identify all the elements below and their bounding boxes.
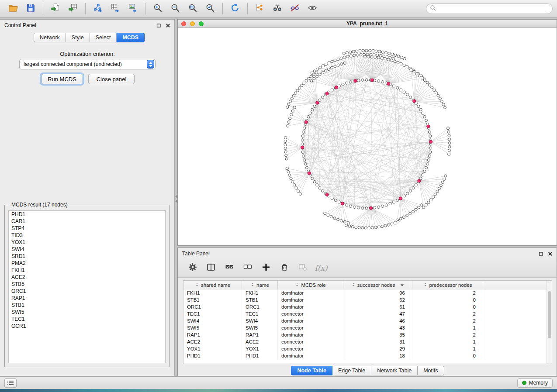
find-binoculars-button[interactable] <box>269 1 286 16</box>
mcds-list-item[interactable]: RAP1 <box>9 295 165 302</box>
open-folder-button[interactable] <box>4 1 22 16</box>
splitter-collapse-icon[interactable] <box>175 195 177 198</box>
save-button[interactable] <box>22 1 39 16</box>
table-cell: dominator <box>278 352 343 359</box>
delete-table-button[interactable] <box>296 261 310 275</box>
function-builder-button[interactable]: f(x) <box>314 261 328 275</box>
mcds-list-item[interactable]: STB5 <box>9 281 165 288</box>
table-row[interactable]: STB1STB1dominator620 <box>183 296 552 303</box>
table-scrollbar[interactable] <box>547 281 552 364</box>
table-cell: SWI4 <box>242 317 278 324</box>
column-header-shared-name[interactable]: shared name <box>183 281 242 289</box>
mcds-list-item[interactable]: CAR1 <box>9 218 165 225</box>
import-table-file-button[interactable] <box>64 1 82 16</box>
zoom-fit-icon <box>188 3 197 14</box>
column-header-successor-nodes[interactable]: successor nodes <box>343 281 412 289</box>
hide-glasses-button[interactable] <box>286 1 304 16</box>
settings-gear-button[interactable] <box>186 261 200 275</box>
mcds-list-item[interactable]: PHD1 <box>9 211 165 218</box>
search-input[interactable] <box>438 6 549 12</box>
table-row[interactable]: FKH1FKH1dominator962 <box>183 289 552 296</box>
export-table-button[interactable] <box>107 1 124 16</box>
import-network-file-button[interactable] <box>47 1 64 16</box>
mcds-list-item[interactable]: TEC1 <box>9 316 165 323</box>
sort-direction-icon[interactable] <box>400 282 404 288</box>
deselect-all-button[interactable] <box>241 261 255 275</box>
table-row[interactable]: PHD1PHD1dominator180 <box>183 352 552 359</box>
table-cell: ORC1 <box>183 303 242 310</box>
float-panel-icon[interactable] <box>538 251 544 257</box>
column-layout-button[interactable] <box>204 261 218 275</box>
zoom-in-button[interactable] <box>149 1 166 16</box>
splitter-collapse-icon[interactable] <box>175 199 177 203</box>
mcds-list-item[interactable]: ORC1 <box>9 288 165 295</box>
zoom-out-button[interactable] <box>166 1 184 16</box>
mcds-list-item[interactable]: TID3 <box>9 232 165 239</box>
mcds-list-item[interactable]: ACE2 <box>9 274 165 281</box>
add-entry-button[interactable] <box>259 261 273 275</box>
tab-network-table[interactable]: Network Table <box>371 366 418 375</box>
export-network-button[interactable] <box>89 1 107 16</box>
close-panel-icon[interactable] <box>547 251 553 257</box>
run-mcds-button[interactable]: Run MCDS <box>41 74 83 84</box>
column-header-MCDS-role[interactable]: MCDS role <box>278 281 343 289</box>
tab-mcds[interactable]: MCDS <box>117 33 145 42</box>
table-row[interactable]: RAP1RAP1dominator352 <box>183 331 552 338</box>
close-panel-button[interactable]: Close panel <box>88 74 135 84</box>
table-row[interactable]: TEC1TEC1connector472 <box>183 310 552 317</box>
table-row[interactable]: ACE2ACE2connector311 <box>183 338 552 345</box>
memory-button[interactable]: Memory <box>517 378 553 388</box>
column-header-name[interactable]: name <box>242 281 278 289</box>
mcds-list-item[interactable]: GCR1 <box>9 323 165 330</box>
search-field[interactable] <box>426 3 553 14</box>
mcds-list-item[interactable]: SRD1 <box>9 253 165 260</box>
mcds-list-item[interactable]: YOX1 <box>9 239 165 246</box>
select-all-button[interactable] <box>222 261 236 275</box>
control-panel-title: Control Panel <box>4 22 36 28</box>
table-cell: SWI5 <box>242 324 278 331</box>
table-cell: 43 <box>343 324 412 331</box>
tab-edge-table[interactable]: Edge Table <box>332 366 371 375</box>
delete-entry-button[interactable] <box>277 261 291 275</box>
zoom-fit-button[interactable] <box>184 1 201 16</box>
tab-motifs[interactable]: Motifs <box>418 366 444 375</box>
close-panel-icon[interactable] <box>165 23 171 28</box>
table-row[interactable]: SWI5SWI5connector431 <box>183 324 552 331</box>
show-eye-button[interactable] <box>304 1 321 16</box>
mcds-list-item[interactable]: SWI5 <box>9 309 165 316</box>
float-panel-icon[interactable] <box>156 23 162 28</box>
mcds-list-item[interactable]: STB1 <box>9 302 165 309</box>
export-image-button[interactable] <box>124 1 142 16</box>
mcds-result-list[interactable]: PHD1CAR1STP4TID3YOX1SWI4SRD1PMA2FKH1ACE2… <box>8 210 166 363</box>
table-cell: 2 <box>412 331 483 338</box>
status-list-button[interactable] <box>4 378 17 388</box>
column-header-label: name <box>256 282 269 288</box>
network-graph[interactable] <box>178 28 557 245</box>
tab-style[interactable]: Style <box>66 33 90 42</box>
tab-select[interactable]: Select <box>90 33 117 42</box>
network-window-titlebar[interactable]: YPA_prune.txt_1 <box>178 20 557 28</box>
tab-node-table[interactable]: Node Table <box>291 366 332 375</box>
toolbar-icon-group <box>4 0 321 17</box>
criterion-dropdown[interactable]: largest connected component (undirected) <box>19 59 156 69</box>
zoom-selected-button[interactable] <box>201 1 219 16</box>
column-header-predecessor-nodes[interactable]: predecessor nodes <box>412 281 483 289</box>
mcds-list-item[interactable]: STP4 <box>9 225 165 232</box>
table-cell: 62 <box>343 296 412 303</box>
mcds-list-item[interactable]: FKH1 <box>9 267 165 274</box>
mcds-list-item[interactable]: PMA2 <box>9 260 165 267</box>
table-row[interactable]: ORC1ORC1dominator610 <box>183 303 552 310</box>
export-image-icon <box>128 3 138 14</box>
refresh-layout-button[interactable] <box>226 1 244 16</box>
tab-network[interactable]: Network <box>34 33 66 42</box>
mcds-list-item[interactable]: SWI4 <box>9 246 165 253</box>
save-icon <box>26 3 35 14</box>
table-row[interactable]: YOX1YOX1connector291 <box>183 345 552 352</box>
function-builder-icon: f(x) <box>315 264 327 272</box>
share-document-button[interactable] <box>251 1 269 16</box>
table-row[interactable]: SWI4SWI4dominator462 <box>183 317 552 324</box>
table-cell: RAP1 <box>183 331 242 338</box>
scrollbar-thumb[interactable] <box>548 291 551 338</box>
table-cell: 31 <box>343 338 412 345</box>
column-layout-icon <box>207 263 215 273</box>
